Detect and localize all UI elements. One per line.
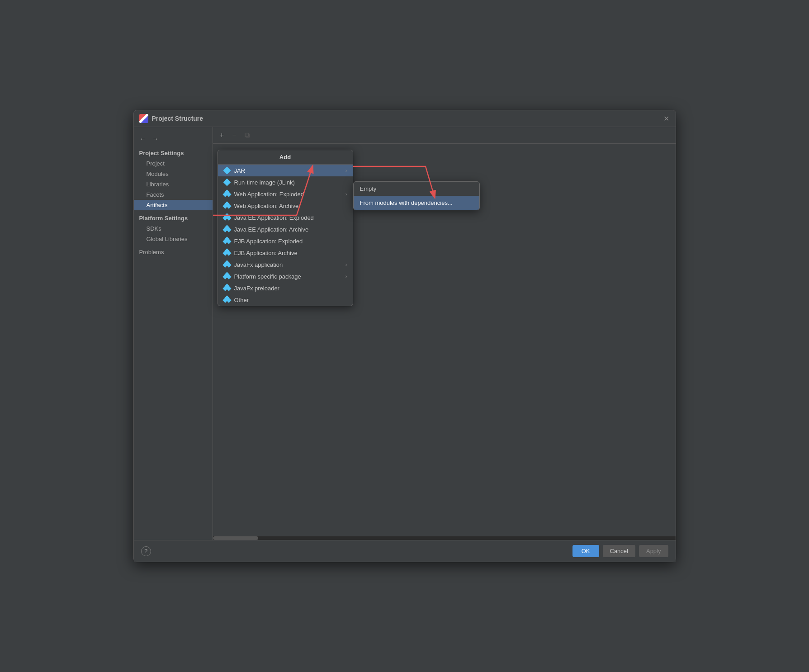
- sidebar: ← → Project Settings Project Modules Lib…: [134, 127, 213, 540]
- main-content: + − ⧉ Add JAR ›: [213, 127, 676, 540]
- title-bar: Project Structure ✕: [134, 110, 676, 127]
- chevron-right-icon: ›: [345, 168, 347, 173]
- ejb-exploded-icon: [223, 237, 231, 245]
- chevron-right-icon3: ›: [345, 262, 347, 267]
- cancel-button[interactable]: Cancel: [603, 545, 635, 557]
- dropdown-overlay: Add JAR › Run-time image: [218, 150, 353, 306]
- title-bar-left: Project Structure: [139, 114, 203, 123]
- project-settings-label: Project Settings: [134, 147, 213, 158]
- web-exploded-icon: [223, 190, 231, 198]
- dropdown-item-ejb-exploded[interactable]: EJB Application: Exploded: [218, 235, 353, 247]
- sidebar-item-problems[interactable]: Problems: [134, 244, 213, 257]
- sidebar-item-global-libraries[interactable]: Global Libraries: [134, 234, 213, 244]
- javafx-preloader-icon: [223, 284, 231, 292]
- dropdown-item-other[interactable]: Other: [218, 294, 353, 306]
- ejb-archive-icon: [223, 249, 231, 256]
- add-button[interactable]: +: [217, 130, 227, 141]
- toolbar: + − ⧉: [213, 127, 676, 144]
- apply-button[interactable]: Apply: [639, 545, 668, 557]
- sidebar-item-libraries[interactable]: Libraries: [134, 179, 213, 189]
- other-icon: [223, 296, 231, 303]
- dropdown-item-jar[interactable]: JAR ›: [218, 165, 353, 176]
- jee-archive-icon: [223, 226, 231, 233]
- help-button[interactable]: ?: [141, 546, 151, 556]
- jar-icon: [223, 167, 231, 174]
- sidebar-item-sdks[interactable]: SDKs: [134, 223, 213, 234]
- ok-button[interactable]: OK: [572, 545, 599, 557]
- bottom-right: OK Cancel Apply: [572, 545, 668, 557]
- dropdown-item-web-exploded[interactable]: Web Application: Exploded ›: [218, 188, 353, 200]
- copy-button[interactable]: ⧉: [242, 130, 253, 141]
- sidebar-item-modules[interactable]: Modules: [134, 169, 213, 179]
- dropdown-item-jee-exploded[interactable]: Java EE Application: Exploded: [218, 212, 353, 223]
- chevron-right-icon4: ›: [345, 274, 347, 279]
- close-button[interactable]: ✕: [663, 115, 670, 122]
- sidebar-item-project[interactable]: Project: [134, 158, 213, 169]
- sub-dropdown-from-modules[interactable]: From modules with dependencies...: [354, 196, 479, 210]
- web-archive-icon: [223, 202, 231, 209]
- bottom-left: ?: [141, 546, 151, 556]
- bottom-bar: ? OK Cancel Apply: [134, 540, 676, 562]
- nav-arrows: ← →: [134, 131, 213, 147]
- scrollbar-thumb[interactable]: [213, 536, 258, 540]
- dropdown-item-web-archive[interactable]: Web Application: Archive: [218, 200, 353, 212]
- platform-settings-label: Platform Settings: [134, 210, 213, 223]
- app-icon: [139, 114, 148, 123]
- dialog-body: ← → Project Settings Project Modules Lib…: [134, 127, 676, 540]
- dropdown-item-javafx-preloader[interactable]: JavaFx preloader: [218, 282, 353, 294]
- dropdown-item-jee-archive[interactable]: Java EE Application: Archive: [218, 223, 353, 235]
- runtime-icon: [223, 179, 231, 186]
- jar-sub-dropdown: Empty From modules with dependencies...: [353, 181, 480, 210]
- dialog-title: Project Structure: [152, 115, 203, 122]
- dropdown-item-platform-specific[interactable]: Platform specific package ›: [218, 270, 353, 282]
- sidebar-item-facets[interactable]: Facets: [134, 189, 213, 200]
- sidebar-item-artifacts[interactable]: Artifacts: [134, 200, 213, 210]
- back-button[interactable]: ←: [137, 133, 148, 144]
- dropdown-item-javafx-app[interactable]: JavaFx application ›: [218, 259, 353, 270]
- add-dropdown-menu: Add JAR › Run-time image: [218, 150, 353, 306]
- horizontal-scrollbar[interactable]: [213, 536, 676, 540]
- sub-dropdown-empty[interactable]: Empty: [354, 182, 479, 196]
- dropdown-item-runtime[interactable]: Run-time image (JLink): [218, 176, 353, 188]
- forward-button[interactable]: →: [150, 133, 161, 144]
- javafx-app-icon: [223, 261, 231, 268]
- platform-specific-icon: [223, 273, 231, 280]
- remove-button[interactable]: −: [229, 130, 240, 141]
- dropdown-item-ejb-archive[interactable]: EJB Application: Archive: [218, 247, 353, 259]
- dropdown-title: Add: [218, 150, 353, 165]
- jee-exploded-icon: [223, 214, 231, 221]
- project-structure-dialog: Project Structure ✕ ← → Project Settings…: [133, 110, 676, 562]
- chevron-right-icon2: ›: [345, 191, 347, 197]
